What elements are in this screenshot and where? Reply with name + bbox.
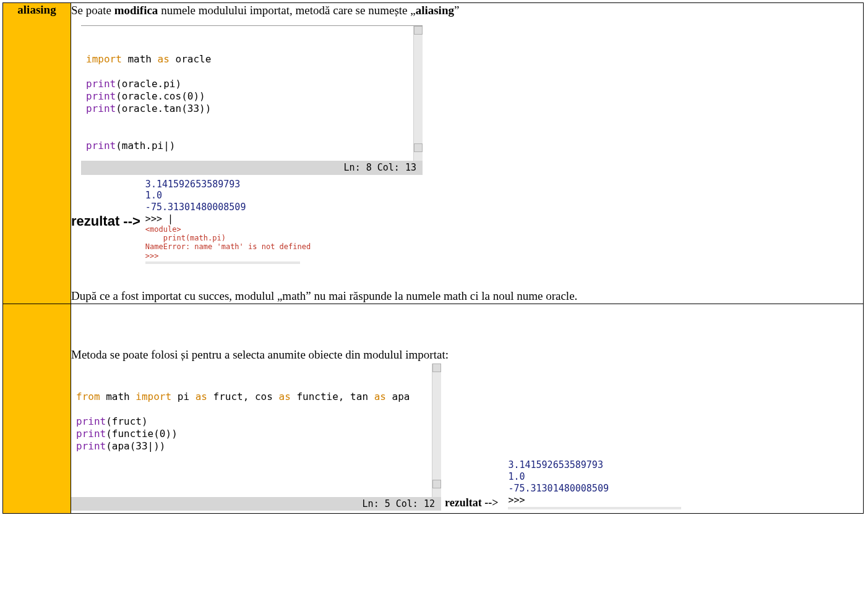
row2-intro: Metoda se poate folosi și pentru a selec… — [71, 347, 863, 362]
scroll-down-icon[interactable] — [414, 143, 423, 152]
row2-label-cell — [3, 304, 71, 514]
row1-label: aliasing — [17, 3, 56, 16]
row-aliasing: aliasing Se poate modifica numele modulu… — [3, 3, 864, 304]
row2-content: Metoda se poate folosi și pentru a selec… — [71, 304, 864, 514]
row1-intro-pre: Se poate — [71, 4, 114, 17]
row2-spacer — [71, 304, 863, 347]
scrollbar-track-2[interactable] — [432, 364, 441, 497]
code-editor-2[interactable]: from math import pi as fruct, cos as fun… — [71, 364, 441, 511]
row1-output-prompt: >>> | — [145, 213, 311, 225]
row2-flex: from math import pi as fruct, cos as fun… — [71, 364, 863, 511]
row1-result-label: rezultat --> — [71, 213, 140, 229]
code-editor-1[interactable]: import math as oracle print(oracle.pi)pr… — [81, 25, 423, 175]
row1-intro-bold: modifica — [114, 4, 158, 17]
row1-intro: Se poate modifica numele modulului impor… — [71, 3, 863, 18]
row1-intro-post: ” — [454, 4, 459, 17]
scroll-up-icon[interactable] — [432, 364, 441, 372]
row-aliasing-select: Metoda se poate folosi și pentru a selec… — [3, 304, 864, 514]
row1-outro: După ce a fost importat cu succes, modul… — [71, 289, 863, 304]
scroll-down-icon[interactable] — [432, 480, 441, 488]
row1-intro-bold2: aliasing — [416, 4, 454, 17]
row2-result-row: rezultat --> 3.141592653589793 1.0 -75.3… — [445, 459, 681, 511]
row1-output-prompt2: >>> — [145, 252, 311, 260]
row2-result-label: rezultat --> — [445, 496, 498, 509]
row2-output-prompt: >>> — [508, 495, 681, 506]
row1-label-cell: aliasing — [3, 3, 71, 304]
row1-output-sep — [145, 261, 300, 264]
row1-output-error: <module> print(math.pi) NameError: name … — [145, 225, 311, 252]
row2-output-block: 3.141592653589793 1.0 -75.31301480008509… — [508, 459, 681, 509]
code-area-1[interactable]: import math as oracle print(oracle.pi)pr… — [81, 25, 423, 161]
row1-content: Se poate modifica numele modulului impor… — [71, 3, 864, 304]
code-area-2[interactable]: from math import pi as fruct, cos as fun… — [71, 364, 441, 497]
row1-intro-mid: numele modulului importat, metodă care s… — [158, 4, 415, 17]
document-table: aliasing Se poate modifica numele modulu… — [2, 2, 864, 514]
code-lines-1: import math as oracle print(oracle.pi)pr… — [86, 53, 418, 152]
code-lines-2: from math import pi as fruct, cos as fun… — [76, 391, 436, 453]
scroll-up-icon[interactable] — [414, 26, 423, 35]
scrollbar-track-1[interactable] — [413, 26, 423, 161]
row2-output-sep — [508, 507, 681, 509]
row2-output-blue: 3.141592653589793 1.0 -75.31301480008509 — [508, 459, 681, 494]
